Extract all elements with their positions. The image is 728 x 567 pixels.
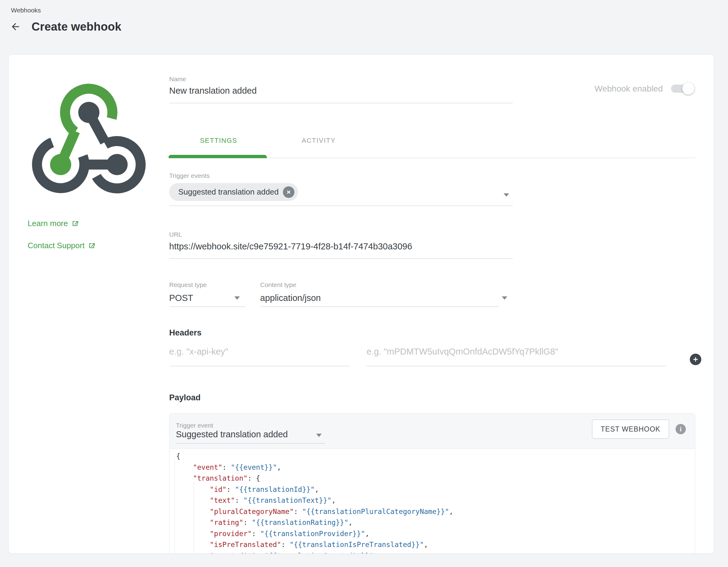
content-type-select[interactable]: application/json — [260, 293, 321, 303]
request-type-select[interactable]: POST — [169, 293, 193, 303]
payload-trigger-event-underline — [176, 443, 325, 444]
tab-settings[interactable]: SETTINGS — [169, 131, 269, 150]
content-type-caret[interactable] — [502, 296, 507, 300]
request-type-label: Request type — [169, 281, 207, 288]
name-input[interactable] — [169, 86, 513, 96]
trigger-events-dropdown-caret[interactable] — [504, 193, 509, 197]
tab-activity[interactable]: ACTIVITY — [269, 131, 369, 150]
x-icon — [286, 190, 291, 195]
test-webhook-button[interactable]: TEST WEBHOOK — [592, 419, 669, 439]
webhook-card: Learn more Contact Support Name Webhook … — [8, 55, 714, 554]
learn-more-link[interactable]: Learn more — [28, 219, 79, 228]
name-underline — [169, 103, 513, 103]
header-key-input[interactable] — [169, 347, 350, 357]
payload-title: Payload — [169, 393, 201, 402]
request-type-underline — [169, 306, 245, 307]
external-link-icon — [71, 220, 79, 228]
chip-label: Suggested translation added — [178, 187, 279, 197]
add-header-button[interactable] — [690, 354, 701, 365]
payload-code-editor[interactable]: { "event": "{{event}}", "translation": {… — [169, 448, 695, 554]
active-tab-indicator — [169, 155, 267, 158]
contact-support-link[interactable]: Contact Support — [28, 241, 96, 250]
trigger-events-underline — [169, 206, 513, 206]
webhook-enabled-label: Webhook enabled — [595, 84, 663, 94]
payload-trigger-event-select[interactable]: Suggested translation added — [176, 429, 288, 439]
plus-icon — [692, 356, 699, 363]
header-value-input[interactable] — [367, 347, 666, 357]
page-title: Create webhook — [32, 20, 121, 33]
content-type-label: Content type — [260, 281, 296, 288]
request-type-caret[interactable] — [234, 296, 240, 300]
webhook-logo-icon — [28, 81, 149, 197]
header-value-underline — [367, 366, 666, 366]
webhook-enabled-toggle-knob[interactable] — [682, 82, 694, 95]
payload-code: { "event": "{{event}}", "translation": {… — [169, 449, 695, 554]
payload-trigger-event-label: Trigger event — [176, 422, 213, 429]
title-bar: Create webhook — [9, 19, 121, 35]
content-type-underline — [260, 306, 499, 307]
contact-support-label: Contact Support — [28, 241, 85, 250]
external-link-icon — [88, 242, 96, 250]
payload-panel: Trigger event Suggested translation adde… — [169, 413, 695, 554]
trigger-event-chip[interactable]: Suggested translation added — [169, 183, 298, 201]
back-button[interactable] — [9, 20, 22, 33]
header-key-underline — [169, 366, 350, 366]
url-label: URL — [169, 231, 182, 238]
chip-remove-button[interactable] — [283, 186, 294, 198]
name-label: Name — [169, 76, 186, 83]
learn-more-label: Learn more — [28, 219, 68, 228]
url-input[interactable] — [169, 242, 513, 252]
headers-title: Headers — [169, 328, 202, 337]
payload-trigger-event-caret[interactable] — [316, 434, 322, 437]
arrow-left-icon — [10, 21, 21, 32]
url-underline — [169, 258, 513, 259]
trigger-events-label: Trigger events — [169, 172, 210, 180]
info-icon[interactable]: i — [676, 424, 686, 434]
breadcrumb[interactable]: Webhooks — [11, 7, 41, 14]
